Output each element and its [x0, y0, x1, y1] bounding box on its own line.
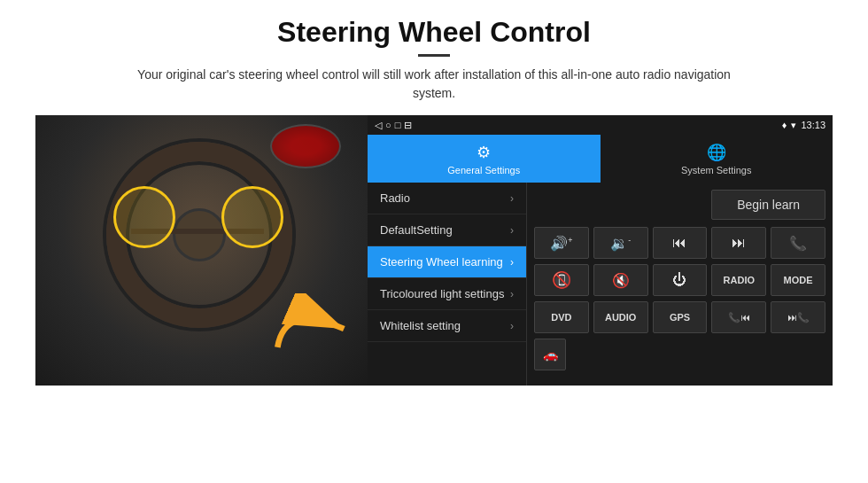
- dvd-label: DVD: [551, 312, 571, 323]
- tab-general-label: General Settings: [447, 165, 520, 175]
- status-bar: ◁ ○ □ ⊟ ♦ ▾ 13:13: [368, 115, 833, 135]
- nav-cast-icon[interactable]: ⊟: [404, 120, 412, 131]
- control-panel: Begin learn 🔊+ 🔉- ⏮: [527, 183, 833, 386]
- phone-prev-icon: 📞⏮: [728, 312, 750, 323]
- gps-button[interactable]: GPS: [653, 301, 708, 333]
- hang-up-icon: 📵: [552, 270, 571, 290]
- phone-next-button[interactable]: ⏭📞: [771, 301, 825, 333]
- chevron-icon: ›: [510, 224, 514, 237]
- arrow-container: [270, 293, 359, 368]
- phone-next-icon: ⏭📞: [787, 312, 810, 323]
- menu-steering-label: Steering Wheel learning: [380, 255, 503, 269]
- next-icon: ⏭: [732, 235, 746, 251]
- settings-content: Radio › DefaultSetting › Steering Wheel …: [368, 183, 833, 386]
- menu-item-radio[interactable]: Radio ›: [368, 183, 526, 214]
- menu-item-default[interactable]: DefaultSetting ›: [368, 214, 526, 246]
- nav-icons: ◁ ○ □ ⊟: [375, 120, 412, 131]
- mute-button[interactable]: 🔇: [593, 264, 648, 296]
- nav-home-icon[interactable]: ○: [385, 120, 391, 130]
- chevron-icon: ›: [510, 192, 514, 205]
- audio-label: AUDIO: [605, 312, 636, 323]
- chevron-icon: ›: [510, 320, 514, 332]
- chevron-icon: ›: [510, 256, 514, 269]
- menu-whitelist-label: Whitelist setting: [380, 319, 461, 332]
- tab-general[interactable]: ⚙ General Settings: [368, 135, 601, 183]
- nav-recents-icon[interactable]: □: [395, 120, 401, 130]
- vol-down-button[interactable]: 🔉-: [593, 227, 648, 259]
- car-icon: 🚗: [543, 347, 558, 362]
- menu-item-tricoloured[interactable]: Tricoloured light settings ›: [368, 278, 526, 310]
- phone-prev-button[interactable]: 📞⏮: [711, 301, 766, 333]
- menu-item-steering[interactable]: Steering Wheel learning ›: [368, 246, 526, 278]
- system-settings-icon: 🌐: [707, 143, 726, 162]
- page-title: Steering Wheel Control: [277, 16, 591, 49]
- power-button[interactable]: ⏻: [653, 264, 708, 296]
- car-icon-button[interactable]: 🚗: [534, 339, 566, 370]
- prev-icon: ⏮: [672, 235, 686, 251]
- general-settings-icon: ⚙: [477, 143, 491, 162]
- hang-up-button[interactable]: 📵: [534, 264, 589, 296]
- tab-bar: ⚙ General Settings 🌐 System Settings: [368, 135, 833, 183]
- gauge-hint: [270, 124, 341, 168]
- power-icon: ⏻: [672, 272, 686, 288]
- radio-label: RADIO: [724, 275, 755, 285]
- control-row-2: 📵 🔇 ⏻ RADIO MODE: [534, 264, 825, 296]
- page-subtitle: Your original car's steering wheel contr…: [115, 66, 753, 103]
- steering-wheel-image: [35, 115, 368, 386]
- highlight-left: [113, 186, 175, 248]
- wifi-icon: ▾: [791, 120, 796, 131]
- steering-wheel-center: [173, 208, 226, 261]
- tab-system[interactable]: 🌐 System Settings: [601, 135, 833, 183]
- control-row-4: 🚗: [534, 339, 825, 370]
- next-button[interactable]: ⏭: [711, 227, 766, 259]
- control-row-1: 🔊+ 🔉- ⏮ ⏭ 📞: [534, 227, 825, 259]
- mode-button[interactable]: MODE: [771, 264, 825, 296]
- status-right: ♦ ▾ 13:13: [782, 120, 825, 131]
- control-row-3: DVD AUDIO GPS 📞⏮ ⏭📞: [534, 301, 825, 333]
- arrow-icon: [270, 293, 359, 364]
- vol-up-icon: 🔊+: [550, 235, 572, 252]
- nav-back-icon[interactable]: ◁: [375, 120, 382, 131]
- page: Steering Wheel Control Your original car…: [0, 0, 868, 483]
- title-divider: [418, 54, 450, 57]
- phone-button[interactable]: 📞: [771, 227, 825, 259]
- mode-label: MODE: [784, 275, 813, 285]
- vol-down-icon: 🔉-: [610, 235, 631, 252]
- vol-up-button[interactable]: 🔊+: [534, 227, 589, 259]
- audio-button[interactable]: AUDIO: [593, 301, 648, 333]
- prev-button[interactable]: ⏮: [653, 227, 708, 259]
- menu-tricoloured-label: Tricoloured light settings: [380, 287, 504, 300]
- content-row: ◁ ○ □ ⊟ ♦ ▾ 13:13 ⚙ General Settings: [35, 115, 833, 474]
- dvd-button[interactable]: DVD: [534, 301, 589, 333]
- menu-default-label: DefaultSetting: [380, 223, 453, 237]
- menu-item-whitelist[interactable]: Whitelist setting ›: [368, 310, 526, 342]
- location-icon: ♦: [782, 120, 787, 130]
- begin-learn-row: Begin learn: [534, 190, 825, 220]
- phone-icon: 📞: [789, 235, 807, 252]
- highlight-right: [221, 186, 283, 248]
- menu-list: Radio › DefaultSetting › Steering Wheel …: [368, 183, 527, 386]
- status-time: 13:13: [801, 120, 825, 130]
- mute-icon: 🔇: [612, 272, 630, 289]
- sw-background: [35, 115, 368, 386]
- chevron-icon: ›: [510, 288, 514, 300]
- gps-label: GPS: [670, 312, 690, 323]
- menu-radio-label: Radio: [380, 191, 410, 205]
- android-ui: ◁ ○ □ ⊟ ♦ ▾ 13:13 ⚙ General Settings: [368, 115, 833, 386]
- tab-system-label: System Settings: [681, 165, 751, 175]
- begin-learn-button[interactable]: Begin learn: [711, 190, 825, 220]
- radio-button[interactable]: RADIO: [711, 264, 766, 296]
